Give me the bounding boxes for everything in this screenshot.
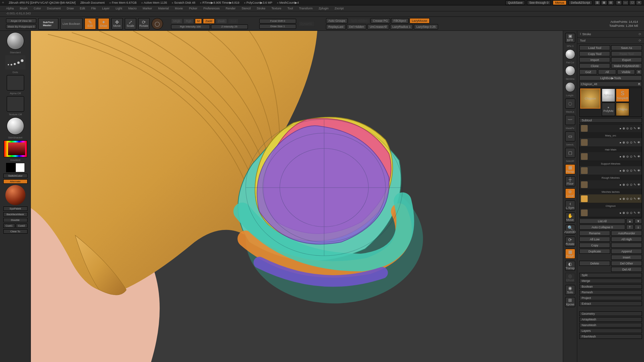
layers-section[interactable]: Layers [579,328,642,333]
goz-r-button[interactable]: R [636,69,642,74]
subtool-mode-icons[interactable]: ▸⊕⊖⊙✎👁 [620,169,640,172]
add-mode-icon[interactable]: ⊕ [623,197,625,200]
add-mode-icon[interactable]: ⊕ [623,183,625,186]
lightbox-tools-button[interactable]: Lightbox▶Tools [579,75,642,80]
del-all-button[interactable]: Del All [611,267,642,272]
rgb-button[interactable]: Rgb [183,18,194,24]
cust1-button[interactable]: Cust1 [3,224,15,228]
menu-render[interactable]: Render [226,7,236,10]
main-color-swatch[interactable] [6,163,15,172]
subtool-section-header[interactable]: Subtool [579,118,642,123]
stroke-picker[interactable] [5,55,25,69]
eye-icon[interactable]: 👁 [637,155,640,158]
start-group-icon[interactable]: ▸ [620,211,622,215]
split-hidden-button[interactable]: Split Hidden [348,18,370,23]
seethrough-slider[interactable]: See-through 0 [527,0,551,5]
subtool-mode-icons[interactable]: ▸⊕⊖⊙✎👁 [620,197,640,200]
import-button[interactable]: Import [579,57,610,62]
default-zscript-button[interactable]: DefaultZScript [569,0,592,5]
switch-color-button[interactable]: SwitchColor [3,174,28,178]
subtool-row[interactable]: ▸⊕⊖⊙✎👁 [580,194,642,203]
move-up-button[interactable]: ▲ [626,219,634,224]
sub-mode-icon[interactable]: ⊖ [626,211,629,215]
lazymouse-button[interactable]: LazyMouse [410,18,430,23]
paint-icon[interactable]: ✎ [634,127,636,130]
subtool-mode-icons[interactable]: ▸⊕⊖⊙✎👁 [620,141,640,144]
extract-section[interactable]: Extract [579,301,642,306]
eye-icon[interactable]: 👁 [637,127,640,130]
subtool-mode-icons[interactable]: ▸⊕⊖⊙✎👁 [620,155,640,158]
skinshade-material[interactable] [565,66,575,76]
help-icon[interactable]: ✥ [616,0,622,5]
menu-zscript[interactable]: Zscript [335,7,344,10]
move-bottom-button[interactable]: ⤓ [635,225,642,230]
clear-to-button[interactable]: Clear To [3,229,28,234]
move-view-button[interactable]: ✋Move [565,213,575,223]
menu-draw[interactable]: Draw [67,7,74,10]
subtool-mode-icons[interactable]: ▸⊕⊖⊙✎👁 [620,127,640,130]
angle-of-view-slider[interactable]: Angle Of View 30 [6,18,36,23]
menu-light[interactable]: Light [116,7,122,10]
collapse-tool-icon[interactable]: ⟳ [639,39,641,42]
color-picker[interactable] [4,140,27,157]
eye-icon[interactable]: 👁 [637,197,640,200]
nanomesh-section[interactable]: NanoMesh [579,323,642,327]
goz-button[interactable]: GoZ [579,69,597,74]
intersect-mode-icon[interactable]: ⊙ [630,211,633,215]
layout-1-icon[interactable]: ▥ [594,0,600,5]
bpr-button[interactable]: ▣BPR [565,33,575,43]
eye-icon[interactable]: 👁 [637,141,640,144]
floor-button[interactable]: ┼Floor [565,176,575,186]
m-button[interactable]: M [195,18,202,24]
geometry-section[interactable]: Geometry [579,311,642,316]
flat-color-material[interactable] [565,49,575,59]
delete-button[interactable]: Delete [579,261,610,266]
subtool-row[interactable]: ▸⊕⊖⊙✎👁 [580,166,642,175]
auto-groups-button[interactable]: Auto Groups [326,18,348,23]
menu-movie[interactable]: Movie [175,7,183,10]
minimize-icon[interactable]: — [623,0,629,5]
menu-stroke[interactable]: Stroke [257,7,265,10]
quicksave-button[interactable]: QuickSave [505,0,525,5]
export-button[interactable]: Export [611,57,642,62]
sub-mode-icon[interactable]: ⊖ [626,197,629,200]
draw-size-slider[interactable]: Draw Size 1 [259,24,296,29]
start-group-icon[interactable]: ▸ [620,197,622,200]
menu-texture[interactable]: Texture [271,7,281,10]
lazystep-slider[interactable]: LazyStep 0.25 [414,24,438,29]
del-hidden-button[interactable]: Del Hidden [347,24,367,29]
paint-icon[interactable]: ✎ [634,141,636,144]
subtool-row[interactable]: ▸⊕⊖⊙✎👁 [580,124,642,133]
zcut-button[interactable]: Zcut [228,18,239,24]
edit-mode-button[interactable]: ✎Edit [85,18,96,29]
crease-pg-button[interactable]: Crease PG [371,18,390,23]
paint-icon[interactable]: ✎ [634,211,636,215]
longhi-material[interactable] [565,82,575,92]
persp-button[interactable]: ▦Persp [565,164,575,174]
layout-2-icon[interactable]: ▦ [601,0,607,5]
dynamic-button[interactable]: Dynamic [298,21,315,26]
maximize-icon[interactable]: ☐ [629,0,635,5]
intersect-mode-icon[interactable]: ⊙ [630,183,633,186]
del-other-button[interactable]: Del Other [611,261,642,266]
tool-thumb-simplebrush[interactable]: SSimpleB [616,88,629,102]
alpha-picker[interactable] [7,75,24,90]
stroke-panel-header[interactable]: ⟟ Stroke ⟳ [577,31,644,38]
brush-picker[interactable] [7,32,24,50]
split-section[interactable]: Split [579,273,642,278]
subtool-row[interactable]: ▸⊕⊖⊙✎👁 [580,152,642,161]
menu-transform[interactable]: Transform [299,7,313,10]
subtool-mode-icons[interactable]: ▸⊕⊖⊙✎👁 [620,183,640,186]
start-group-icon[interactable]: ▸ [620,183,622,186]
paint-icon[interactable]: ✎ [634,197,636,200]
intersect-mode-icon[interactable]: ⊙ [630,169,633,172]
paint-icon[interactable]: ✎ [634,169,636,172]
secondary-color-swatch[interactable] [15,163,25,172]
menu-zplugin[interactable]: Zplugin [319,7,329,10]
tool-thumb-sphere[interactable]: Sphere [602,88,615,102]
subtool-row[interactable]: ▸⊕⊖⊙✎👁 [580,208,642,217]
rotate-mode-button[interactable]: ⟳Rotate [138,18,150,29]
menu-stencil[interactable]: Stencil [241,7,251,10]
local-button[interactable]: ⊚Local [565,188,575,198]
menu-picker[interactable]: Picker [189,7,197,10]
